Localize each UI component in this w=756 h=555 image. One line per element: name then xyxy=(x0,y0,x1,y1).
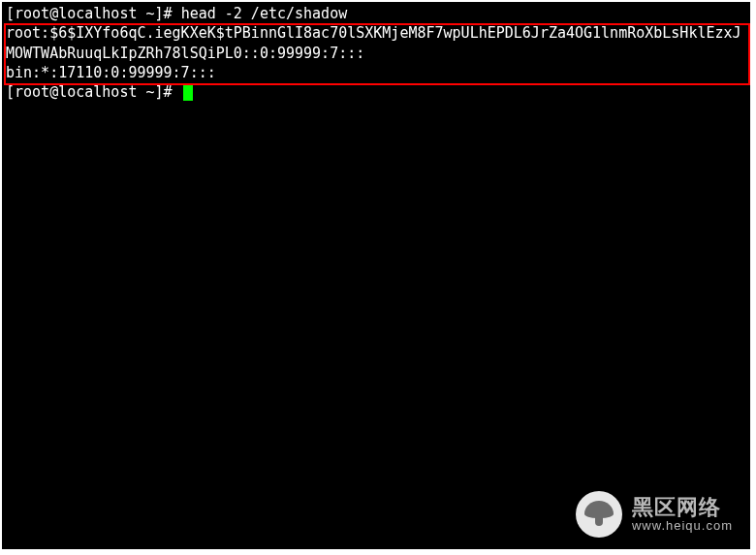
watermark-text: 黑区网络 www.heiqu.com xyxy=(632,495,733,534)
watermark-url: www.heiqu.com xyxy=(632,519,733,534)
watermark-title: 黑区网络 xyxy=(632,495,733,519)
prompt-line-1: [root@localhost ~]# head -2 /etc/shadow xyxy=(6,4,746,23)
command-text: head -2 /etc/shadow xyxy=(181,5,348,22)
prompt-line-2: [root@localhost ~]# xyxy=(6,82,746,102)
watermark: 黑区网络 www.heiqu.com xyxy=(576,491,733,538)
cursor-icon xyxy=(183,84,193,101)
output-line-2: bin:*:17110:0:99999:7::: xyxy=(6,63,746,82)
terminal-window[interactable]: [root@localhost ~]# head -2 /etc/shadow … xyxy=(0,0,752,551)
shell-prompt: [root@localhost ~]# xyxy=(6,5,181,22)
output-line-1: root:$6$IXYfo6qC.iegKXeK$tPBinnGlI8ac70l… xyxy=(6,23,746,63)
mushroom-logo-icon xyxy=(576,491,622,538)
shell-prompt: [root@localhost ~]# xyxy=(6,83,181,101)
